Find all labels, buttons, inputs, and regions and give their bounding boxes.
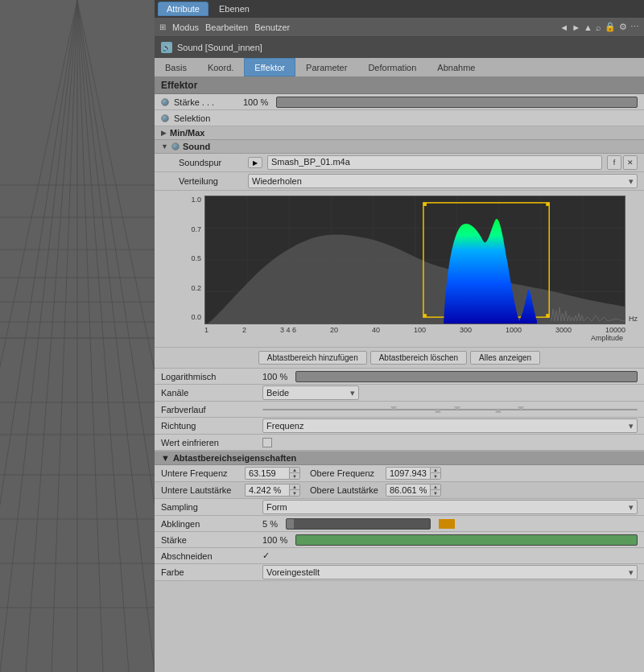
amplitude-label: Amplitude [179,334,638,342]
grad-handle-top-3[interactable] [518,406,524,411]
svg-rect-40 [423,203,427,206]
verteilung-dropdown[interactable]: Wiederholen [248,174,638,188]
add-range-button[interactable]: Abtastbereich hinzufügen [258,351,367,365]
staerke2-label: Stärke [161,535,258,545]
untere-freq-down[interactable]: ▼ [290,473,299,479]
untere-freq-up[interactable]: ▲ [290,468,299,473]
logarithmisch-value: 100 % [262,372,287,381]
more-icon[interactable]: ⋯ [630,22,639,32]
wert-einfrieren-row: Wert einfrieren [155,435,644,451]
spectrum-canvas [204,196,625,324]
obere-laut-input[interactable]: ▲ ▼ [386,484,441,497]
menu-benutzer[interactable]: Benutzer [254,23,290,32]
tab-attribute[interactable]: Attribute [158,2,208,16]
x-3k: 3000 [555,326,572,334]
attribute-panel: Attribute Ebenen ⊞ Modus Bearbeiten Benu… [155,0,644,672]
file-browse-button[interactable]: f [607,155,621,170]
spectrum-wrapper: 1.0 0.7 0.5 0.2 0.0 [179,196,638,334]
arrow-right-icon[interactable]: ► [572,23,580,32]
selektion-radio[interactable] [161,114,169,122]
obere-freq-up[interactable]: ▲ [431,468,440,473]
kanaele-dropdown[interactable]: Beide [262,385,359,400]
lautstaerke-row: Untere Lautstärke ▲ ▼ Obere Lautstärke ▲… [155,482,644,499]
grad-handle-top-1[interactable] [390,406,397,411]
untere-freq-input[interactable]: ▲ ▼ [245,467,300,480]
y-label-02: 0.2 [179,284,201,292]
untere-laut-field[interactable] [245,484,289,497]
richtung-label: Richtung [161,421,258,431]
untere-freq-field[interactable] [245,467,289,480]
minmax-label: Min/Max [170,128,204,138]
x-1k: 1000 [506,326,522,334]
tab-deformation[interactable]: Deformation [357,58,427,76]
search-icon[interactable]: ⌕ [596,23,601,32]
x-axis-labels: 1 2 3 4 6 20 40 100 300 1000 3000 10000 [204,324,625,334]
untere-laut-down[interactable]: ▼ [290,490,299,496]
content-area[interactable]: Effektor Stärke . . . 100 % Selektion ▶ … [155,77,644,672]
richtung-dropdown[interactable]: Frequenz [262,418,638,433]
x-100: 100 [414,326,426,334]
sampling-row: Sampling Form [155,499,644,516]
object-bar: 🔊 Sound [Sound_innen] [155,37,644,58]
hz-label: Hz [629,315,638,334]
wert-einfrieren-checkbox[interactable] [262,438,272,447]
obere-laut-up[interactable]: ▲ [431,484,440,490]
richtung-row: Richtung Frequenz [155,418,644,435]
obere-freq-label: Obere Frequenz [310,468,382,478]
abtast-section-header: ▼ Abtastbereichseigenschaften [155,451,644,465]
minmax-group[interactable]: ▶ Min/Max [155,126,644,140]
spectrum-buttons: Abtastbereich hinzufügen Abtastbereich l… [155,348,644,369]
abklingen-color-box [439,519,455,529]
untere-laut-up[interactable]: ▲ [290,484,299,490]
viewport [0,0,155,672]
staerke-slider[interactable] [276,97,638,108]
delete-range-button[interactable]: Abtastbereich löschen [370,351,467,365]
logarithmisch-slider[interactable] [295,371,638,382]
obere-laut-field[interactable] [386,484,430,497]
obere-freq-input[interactable]: ▲ ▼ [386,467,441,480]
kanaele-row: Kanäle Beide [155,385,644,402]
top-tab-bar: Attribute Ebenen [155,0,644,18]
arrow-left-icon[interactable]: ◄ [559,23,568,32]
grad-handle-top-2[interactable] [454,406,460,411]
untere-laut-input[interactable]: ▲ ▼ [245,484,300,497]
show-all-button[interactable]: Alles anzeigen [470,351,540,365]
grid-svg [0,0,155,672]
obere-freq-down[interactable]: ▼ [431,473,440,479]
tab-effektor[interactable]: Effektor [244,58,295,76]
y-label-05: 0.5 [179,254,201,262]
obere-laut-down[interactable]: ▼ [431,490,440,496]
farbe-dropdown[interactable]: Voreingestellt [262,565,638,579]
staerke2-slider[interactable] [295,534,638,546]
y-label-10: 1.0 [179,196,201,204]
menu-modus[interactable]: Modus [172,23,199,32]
file-clear-button[interactable]: ✕ [623,155,638,170]
menu-bearbeiten[interactable]: Bearbeiten [205,23,248,32]
tab-koord[interactable]: Koord. [197,58,244,76]
abklingen-slider[interactable] [286,518,431,530]
lock-icon[interactable]: 🔒 [605,22,616,32]
gradient-bar[interactable] [262,409,638,410]
grad-handle-1[interactable] [435,408,441,413]
sampling-dropdown[interactable]: Form [262,500,638,514]
y-label-07: 0.7 [179,225,201,233]
sound-radio[interactable] [171,142,180,150]
soundspur-field[interactable]: Smash_BP_01.m4a [267,155,602,170]
x-20: 20 [330,326,338,334]
staerke2-row: Stärke 100 % [155,532,644,548]
sound-label: Sound [183,142,210,151]
grad-handle-2[interactable] [495,408,502,413]
y-axis-labels: 1.0 0.7 0.5 0.2 0.0 [179,196,201,334]
svg-rect-42 [423,314,427,317]
settings-icon[interactable]: ⚙ [619,22,627,32]
obere-freq-field[interactable] [386,467,430,480]
spectrum-chart[interactable]: 1 2 3 4 6 20 40 100 300 1000 3000 10000 [204,196,625,334]
tab-parameter[interactable]: Parameter [295,58,357,76]
tab-abnahme[interactable]: Abnahme [427,58,485,76]
tab-basis[interactable]: Basis [155,58,197,76]
play-button[interactable]: ▶ [248,157,262,168]
staerke-radio[interactable] [161,98,169,106]
sound-group[interactable]: ▼ Sound [155,140,644,154]
tab-ebenen[interactable]: Ebenen [210,2,258,16]
untere-laut-label: Untere Lautstärke [161,485,242,495]
